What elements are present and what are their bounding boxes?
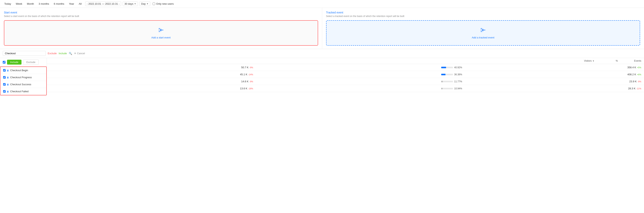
visitors-value-3: 13.6 K xyxy=(240,87,247,90)
pct-cell-3: 10.94% xyxy=(256,85,465,92)
exclude-btn[interactable]: Exclude xyxy=(23,59,39,65)
selected-rows-container: ▮ Checkout Begin ▮ Checkout Progress ▮ C… xyxy=(0,66,47,95)
events-value-3: 28.3 K xyxy=(628,87,636,90)
week-btn[interactable]: Week xyxy=(14,1,24,6)
cancel-x-icon: ✕ xyxy=(74,52,76,55)
visitors-change-0: -9% xyxy=(249,66,253,69)
pct-bar-wrap-1 xyxy=(441,74,453,75)
pct-bar-1 xyxy=(441,74,446,75)
right-pane: Visitors ▼ % Events 50.7 K -9% 40.92 xyxy=(47,58,644,95)
filter-bar: Exclude Include 🔍 ✕ Cancel xyxy=(0,49,644,58)
filter-input[interactable] xyxy=(3,51,46,56)
days-caret: ▼ xyxy=(134,3,136,5)
all-btn[interactable]: All xyxy=(77,1,84,6)
row-icon-0: ▮ xyxy=(7,69,8,72)
days-select[interactable]: 30 days ▼ xyxy=(123,1,138,6)
visitors-value-2: 14.6 K xyxy=(241,80,248,83)
events-change-1: +6% xyxy=(637,73,641,76)
include-btn[interactable]: Include xyxy=(7,60,22,65)
row-checkbox-2[interactable] xyxy=(3,83,6,86)
day-granularity-select[interactable]: Day ▼ xyxy=(140,1,150,6)
app-container: Today Week Month 3 months 6 months Year … xyxy=(0,0,644,95)
table-header: Visitors ▼ % Events xyxy=(47,58,644,64)
events-cell-3: 28.3 K -11% xyxy=(465,85,644,92)
pct-bar-wrap-3 xyxy=(441,88,453,89)
visitors-value-1: 45.1 K xyxy=(240,73,247,76)
start-event-title: Start event xyxy=(4,11,318,14)
visitors-cell-1: 45.1 K -14% xyxy=(47,71,256,78)
add-start-event-label: Add a start event xyxy=(152,36,170,39)
3months-btn[interactable]: 3 months xyxy=(37,1,51,6)
date-start: 2022.10.01 xyxy=(88,2,101,5)
cancel-btn[interactable]: ✕ Cancel xyxy=(74,52,85,55)
add-start-event-icon xyxy=(158,27,164,34)
table-row: 13.6 K -18% 10.94% 28.3 K -11% xyxy=(47,85,644,92)
date-end: 2022.10.31 xyxy=(105,2,118,5)
only-new-users-label[interactable]: Only new users xyxy=(152,2,174,5)
list-item[interactable]: ▮ Checkout Success xyxy=(0,81,46,88)
list-item[interactable]: ▮ Checkout Progress xyxy=(0,74,46,81)
visitors-value-0: 50.7 K xyxy=(241,66,248,69)
prev-arrow[interactable]: ‹ xyxy=(87,3,88,5)
metrics-table: 50.7 K -9% 40.92% 358.4 K +5% 45.1 K -14… xyxy=(47,64,644,92)
toolbar: Today Week Month 3 months 6 months Year … xyxy=(0,0,644,8)
visitors-change-1: -14% xyxy=(248,73,253,76)
pct-cell-2: 11.77% xyxy=(256,78,465,85)
year-btn[interactable]: Year xyxy=(67,1,76,6)
pct-bar-2 xyxy=(441,81,442,82)
start-event-panel: Start event Select a start event on the … xyxy=(0,8,322,49)
row-checkbox-1[interactable] xyxy=(3,76,6,79)
events-change-0: +5% xyxy=(637,66,641,69)
toggle-bar: Include Exclude xyxy=(0,58,47,66)
tracked-event-subtitle: Select a tracked event on the basis of w… xyxy=(326,15,640,17)
event-panels: Start event Select a start event on the … xyxy=(0,8,644,49)
row-checkbox-0[interactable] xyxy=(3,69,6,72)
content-area: Include Exclude ▮ Checkout Begin ▮ Check… xyxy=(0,58,644,95)
only-new-users-text: Only new users xyxy=(156,2,174,5)
row-icon-2: ▮ xyxy=(7,83,8,86)
cancel-label: Cancel xyxy=(77,52,85,55)
include-action[interactable]: Include xyxy=(58,52,67,55)
pct-cell-1: 36.38% xyxy=(256,71,465,78)
pct-value-1: 36.38% xyxy=(454,73,462,76)
visitors-cell-3: 13.6 K -18% xyxy=(47,85,256,92)
pct-bar-3 xyxy=(441,88,442,89)
events-list: ▮ Checkout Begin ▮ Checkout Progress ▮ C… xyxy=(0,67,46,95)
granularity-caret: ▼ xyxy=(146,3,148,5)
days-label: 30 days xyxy=(124,2,134,5)
events-value-1: 408.2 K xyxy=(628,73,636,76)
add-tracked-event-label: Add a tracked event xyxy=(472,36,494,39)
list-item[interactable]: ▮ Checkout Failed xyxy=(0,88,46,95)
pct-bar-0 xyxy=(441,67,446,68)
visitors-change-3: -18% xyxy=(248,87,253,90)
col-visitors-header: Visitors ▼ xyxy=(575,59,594,62)
row-name-0: Checkout Begin xyxy=(10,69,28,72)
today-btn[interactable]: Today xyxy=(2,1,13,6)
month-btn[interactable]: Month xyxy=(25,1,36,6)
next-arrow[interactable]: › xyxy=(118,3,120,5)
table-row: 50.7 K -9% 40.92% 358.4 K +5% xyxy=(47,64,644,71)
select-all-checkbox[interactable] xyxy=(3,61,6,64)
pct-cell-0: 40.92% xyxy=(256,64,465,71)
search-icon[interactable]: 🔍 xyxy=(69,52,72,55)
6months-btn[interactable]: 6 months xyxy=(52,1,66,6)
left-pane: Include Exclude ▮ Checkout Begin ▮ Check… xyxy=(0,58,47,95)
exclude-action[interactable]: Exclude xyxy=(48,52,57,55)
pct-value-3: 10.94% xyxy=(454,87,462,90)
row-icon-3: ▮ xyxy=(7,90,8,93)
pct-value-0: 40.92% xyxy=(454,66,462,69)
visitors-sort-icon[interactable]: ▼ xyxy=(592,60,594,62)
pct-value-2: 11.77% xyxy=(454,80,462,83)
add-start-event-box[interactable]: Add a start event xyxy=(4,20,318,46)
col-events-header: Events xyxy=(626,59,641,62)
only-new-users-checkbox[interactable] xyxy=(152,2,155,5)
tracked-event-title: Tracked event xyxy=(326,11,640,14)
pct-bar-wrap-0 xyxy=(441,67,453,68)
row-checkbox-3[interactable] xyxy=(3,90,6,93)
add-tracked-event-box[interactable]: Add a tracked event xyxy=(326,20,640,46)
events-cell-2: 23.9 K -9% xyxy=(465,78,644,85)
list-item[interactable]: ▮ Checkout Begin xyxy=(0,67,46,74)
date-range-picker[interactable]: ‹ 2022.10.01 — 2022.10.31 › xyxy=(85,1,121,6)
events-value-0: 358.4 K xyxy=(628,66,636,69)
row-name-1: Checkout Progress xyxy=(10,76,32,79)
